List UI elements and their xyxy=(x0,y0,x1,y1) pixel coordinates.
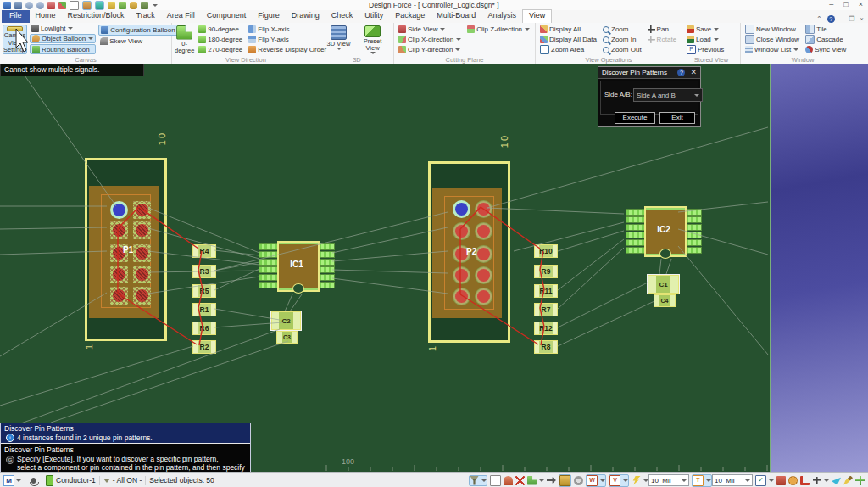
component-r1[interactable]: R1 xyxy=(192,303,216,316)
clearance-button[interactable]: V xyxy=(609,474,629,487)
via-button[interactable] xyxy=(574,476,583,485)
filter-status-label[interactable]: - All ON - xyxy=(113,476,142,484)
p2-pin[interactable] xyxy=(453,266,470,284)
wand-icon[interactable] xyxy=(108,2,115,9)
component-r6[interactable]: R6 xyxy=(192,322,216,335)
zoom-in-button[interactable]: Zoom In xyxy=(601,35,643,44)
memo-button[interactable] xyxy=(490,475,501,486)
flip-x-axis-button[interactable]: Flip X-axis xyxy=(247,25,328,34)
tab-figure[interactable]: Figure xyxy=(252,10,286,23)
tab-component[interactable]: Component xyxy=(201,10,253,23)
p1-pin[interactable] xyxy=(133,221,151,239)
doc-minimize-button[interactable]: – xyxy=(840,15,843,23)
active-layer-label[interactable]: Conductor-1 xyxy=(56,476,96,484)
qat-overflow-icon[interactable] xyxy=(153,4,158,7)
tab-utility[interactable]: Utility xyxy=(359,10,389,23)
route-mode-button[interactable] xyxy=(547,476,556,485)
mode-caret-icon[interactable] xyxy=(16,479,21,482)
fly-by-button[interactable] xyxy=(832,476,841,485)
tab-view[interactable]: View xyxy=(522,9,552,23)
p1-pin[interactable] xyxy=(110,287,128,305)
zoom-area-button[interactable]: Zoom Area xyxy=(538,45,598,54)
minimize-button[interactable]: – xyxy=(829,0,833,8)
grid-color-icon[interactable] xyxy=(58,2,66,9)
tab-area-fill[interactable]: Area Fill xyxy=(161,10,201,23)
component-r8[interactable]: R8 xyxy=(534,340,558,354)
zoom-button[interactable]: Zoom xyxy=(601,25,643,34)
clip-y-direction-button[interactable]: Clip Y-direction xyxy=(397,45,463,54)
p1-pin[interactable] xyxy=(110,221,128,239)
dialog-help-icon[interactable]: ? xyxy=(677,69,685,76)
routing-balloon-button[interactable]: Routing Balloon xyxy=(30,44,96,54)
180-degree-button[interactable]: 180-degree xyxy=(197,35,244,44)
p1-pin[interactable] xyxy=(133,287,151,305)
check-mode-button[interactable]: ✓ xyxy=(755,475,774,486)
tab-drawing[interactable]: Drawing xyxy=(286,10,326,23)
component-r9[interactable]: R9 xyxy=(534,265,558,278)
p2-pin[interactable] xyxy=(475,266,492,284)
tab-check[interactable]: Check xyxy=(326,10,359,23)
pick-cursor-icon[interactable] xyxy=(119,2,126,9)
close-button[interactable]: × xyxy=(859,0,863,8)
microphone-icon[interactable] xyxy=(31,478,36,484)
p1-pin-1[interactable] xyxy=(110,201,128,219)
p1-pin[interactable] xyxy=(133,266,151,283)
pin-red-icon[interactable] xyxy=(47,2,55,9)
display-all-data-button[interactable]: Display All Data xyxy=(538,35,598,44)
board-icon[interactable] xyxy=(141,2,148,9)
component-r12[interactable]: R12 xyxy=(534,322,558,335)
270-degree-button[interactable]: 270-degree xyxy=(197,45,244,54)
p2-pin[interactable] xyxy=(475,222,492,240)
90-degree-button[interactable]: 90-degree xyxy=(197,25,244,34)
tab-restriction-block[interactable]: Restriction/Block xyxy=(62,10,131,23)
tab-analysis[interactable]: Analysis xyxy=(481,10,522,23)
add-element-button[interactable] xyxy=(855,476,865,485)
component-p1[interactable]: P1 xyxy=(85,158,167,341)
cascade-button[interactable]: Cascade xyxy=(804,35,848,44)
clip-x-direction-button[interactable]: Clip X-direction xyxy=(397,35,463,44)
preset-view-button[interactable]: Preset View xyxy=(357,25,388,54)
new-window-button[interactable]: New Window xyxy=(743,25,801,34)
sync-view-button[interactable]: Sync View xyxy=(804,45,848,54)
zoom-out-button[interactable]: Zoom Out xyxy=(601,45,643,54)
component-p2[interactable]: P2 xyxy=(428,161,510,343)
bend-angle-button[interactable] xyxy=(527,476,544,485)
component-c4[interactable]: C4 xyxy=(654,294,676,307)
tab-home[interactable]: Home xyxy=(30,10,62,23)
p2-pin[interactable] xyxy=(475,200,492,218)
reverse-display-order-button[interactable]: Reverse Display Order xyxy=(247,45,328,54)
plane-display-icon[interactable] xyxy=(95,1,104,10)
line-width-button[interactable]: W xyxy=(586,474,606,487)
tab-track[interactable]: Track xyxy=(131,10,161,23)
p2-pin[interactable] xyxy=(453,222,470,240)
redo-icon[interactable] xyxy=(36,2,44,9)
tile-button[interactable]: Tile xyxy=(804,25,848,34)
lock-status-button[interactable] xyxy=(788,476,798,485)
tab-multi-board[interactable]: Multi-Board xyxy=(431,10,481,23)
cut-button[interactable] xyxy=(515,476,525,485)
lock-icon[interactable] xyxy=(130,2,137,9)
component-c1[interactable]: C1 xyxy=(648,275,679,294)
secondary-viewport[interactable] xyxy=(770,64,868,472)
component-r7[interactable]: R7 xyxy=(534,303,558,316)
doc-restore-button[interactable]: ❐ xyxy=(849,15,854,23)
stamp-button[interactable] xyxy=(504,476,513,485)
zoom-window-icon[interactable] xyxy=(70,1,79,10)
component-ic1[interactable]: IC1 xyxy=(259,241,335,292)
execute-button[interactable]: Execute xyxy=(615,112,655,124)
previous-view-button[interactable]: PPrevious xyxy=(685,45,726,54)
corner-mode-button[interactable] xyxy=(800,476,810,485)
net-highlight-button[interactable] xyxy=(632,476,648,485)
close-window-button[interactable]: Close Window xyxy=(743,35,801,44)
pan-button[interactable]: Pan xyxy=(646,25,679,34)
collapse-ribbon-icon[interactable]: ⌃ xyxy=(816,15,822,23)
3d-view-button[interactable]: 3D View xyxy=(323,25,354,54)
exit-button[interactable]: Exit xyxy=(659,112,695,124)
p2-pin-1[interactable] xyxy=(453,200,470,218)
side-ab-select[interactable]: Side A and B xyxy=(633,88,703,102)
file-menu-button[interactable]: File xyxy=(2,10,30,23)
flip-y-axis-button[interactable]: Flip Y-axis xyxy=(247,35,328,44)
discover-pin-patterns-dialog[interactable]: Discover Pin Patterns ? ✕ Side A/B: Side… xyxy=(598,66,701,127)
component-c2[interactable]: C2 xyxy=(271,311,301,330)
lowlight-button[interactable]: Lowlight xyxy=(30,25,96,33)
